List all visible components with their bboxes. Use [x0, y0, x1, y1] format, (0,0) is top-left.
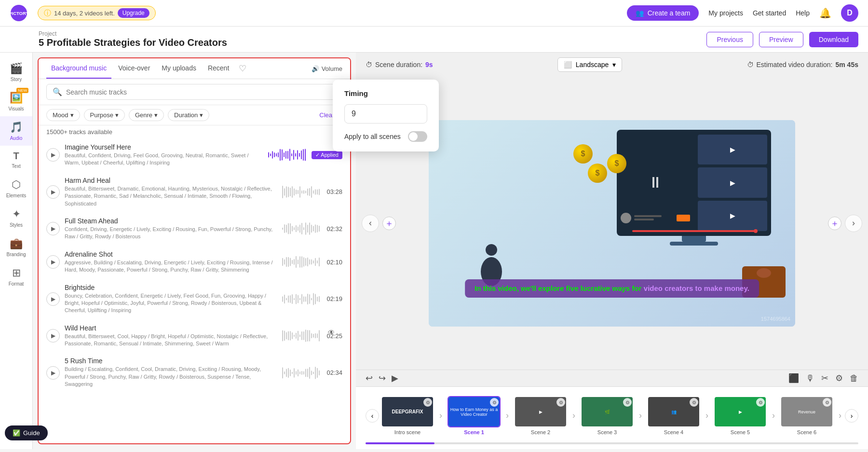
scene-duration-info: ⏱ Scene duration: 9s: [366, 61, 433, 68]
download-button[interactable]: Download: [809, 32, 858, 47]
waveform-6: [282, 329, 321, 343]
tab-voiceover[interactable]: Voice-over: [113, 58, 155, 79]
scene-5[interactable]: ▶ ⚙ Scene 5: [714, 396, 767, 435]
svg-rect-50: [298, 227, 298, 231]
my-projects-link[interactable]: My projects: [708, 9, 743, 17]
redo-button[interactable]: ↪: [379, 373, 386, 384]
sidebar-item-audio[interactable]: 🎵 Audio: [0, 116, 32, 146]
delete-button[interactable]: 🗑: [850, 373, 858, 384]
svg-point-142: [486, 244, 497, 256]
scene-settings-intro[interactable]: ⚙: [423, 398, 432, 407]
scene-2[interactable]: ▶ ⚙ Scene 2: [514, 396, 567, 435]
create-team-button[interactable]: 👥 Create a team: [627, 5, 699, 21]
volume-button[interactable]: 🔊 Volume: [312, 65, 342, 72]
monitor-thumb-3[interactable]: ▶: [698, 201, 767, 231]
video-controls: ↩ ↪ ▶ ⬛ 🎙 ✂ ⚙ 🗑: [356, 370, 868, 386]
scene-6[interactable]: Revenue ⚙ Scene 6: [780, 396, 833, 435]
logo-area[interactable]: PICTORY: [10, 4, 28, 22]
microphone-button[interactable]: 🎙: [806, 373, 814, 384]
undo-button[interactable]: ↩: [366, 373, 373, 384]
monitor-container: ⏸ ▶ ▶ ▶: [617, 130, 771, 246]
guide-button[interactable]: ✅ Guide: [5, 425, 48, 440]
svg-rect-35: [307, 189, 308, 195]
get-started-link[interactable]: Get started: [753, 9, 786, 17]
track-play-button-5[interactable]: ▶: [46, 292, 60, 306]
svg-rect-52: [301, 223, 302, 234]
preview-button[interactable]: Preview: [759, 32, 803, 47]
track-tags-6: Beautiful, Bittersweet, Cool, Happy / Br…: [65, 333, 277, 348]
monitor-thumb-2[interactable]: ▶: [698, 167, 767, 198]
favorites-icon[interactable]: ♡: [239, 63, 246, 74]
svg-rect-112: [301, 331, 302, 340]
scene-settings-1[interactable]: ⚙: [490, 398, 499, 407]
scene-add-btn-5[interactable]: ›: [769, 400, 778, 431]
svg-rect-101: [319, 296, 320, 302]
track-play-button-1[interactable]: ▶: [46, 148, 60, 162]
tab-recent[interactable]: Recent: [203, 58, 234, 79]
scene-add-btn-1[interactable]: ›: [502, 400, 512, 431]
settings-button[interactable]: ⚙: [835, 373, 843, 384]
sidebar-item-styles[interactable]: ✦ Styles: [0, 203, 32, 233]
timing-input[interactable]: [356, 104, 427, 123]
tab-my-uploads[interactable]: My uploads: [157, 58, 201, 79]
sidebar-item-story[interactable]: 🎬 Story: [0, 57, 32, 87]
help-link[interactable]: Help: [796, 9, 810, 17]
mood-filter[interactable]: Mood ▾: [46, 109, 80, 121]
scene-add-btn-0[interactable]: ›: [436, 400, 446, 431]
scene-settings-5[interactable]: ⚙: [756, 398, 765, 407]
scissors-button[interactable]: ✂: [821, 373, 828, 384]
svg-rect-42: [282, 228, 283, 230]
upgrade-button[interactable]: Upgrade: [118, 8, 149, 18]
scene-settings-4[interactable]: ⚙: [690, 398, 698, 407]
scene-intro[interactable]: DEEPGRAFIX ⚙ Intro scene: [381, 396, 434, 435]
filter-bar: Mood ▾ Purpose ▾ Genre ▾ Duration ▾ Clea…: [39, 105, 350, 125]
scene-add-btn-6[interactable]: ›: [835, 400, 845, 431]
sidebar-item-visuals[interactable]: NEW 🖼️ Visuals: [0, 87, 32, 116]
add-scene-right-button[interactable]: ＋: [828, 217, 841, 230]
track-play-button-7[interactable]: ▶: [46, 366, 60, 380]
scene-settings-6[interactable]: ⚙: [823, 398, 831, 407]
scene-add-btn-2[interactable]: ›: [569, 400, 579, 431]
next-scene-button[interactable]: ›: [845, 215, 862, 232]
search-input[interactable]: [66, 88, 336, 96]
previous-button[interactable]: Previous: [706, 32, 753, 47]
timeline-next-button[interactable]: ›: [845, 409, 858, 423]
estimated-duration-value: 5m 45s: [836, 61, 858, 68]
genre-filter[interactable]: Genre ▾: [129, 109, 164, 121]
scene-settings-3[interactable]: ⚙: [623, 398, 632, 407]
sidebar-item-format[interactable]: ⊞ Format: [0, 262, 32, 291]
scene-3[interactable]: 🌿 ⚙ Scene 3: [581, 396, 634, 435]
add-scene-left-button[interactable]: ＋: [382, 217, 396, 230]
svg-rect-134: [305, 369, 306, 377]
track-play-button-2[interactable]: ▶: [46, 185, 60, 199]
duration-filter[interactable]: Duration ▾: [168, 109, 209, 121]
scene-1[interactable]: How to Earn Money as a Video Creator ⚙ S…: [448, 396, 501, 435]
svg-rect-70: [298, 260, 298, 264]
scene-add-btn-3[interactable]: ›: [636, 400, 645, 431]
svg-rect-68: [294, 259, 295, 265]
play-button[interactable]: ▶: [392, 373, 398, 384]
tracks-count: 15000+ tracks available: [39, 125, 350, 138]
profile-avatar: [621, 213, 631, 223]
notification-bell[interactable]: 🔔: [819, 7, 831, 19]
track-play-button-3[interactable]: ▶: [46, 222, 60, 235]
sidebar-item-elements[interactable]: ⬡ Elements: [0, 174, 32, 203]
track-play-button-4[interactable]: ▶: [46, 255, 60, 269]
apply-all-toggle[interactable]: [408, 131, 427, 142]
scene-settings-2[interactable]: ⚙: [556, 398, 565, 407]
track-play-button-6[interactable]: ▶: [46, 329, 60, 342]
waveform-3: [282, 221, 321, 236]
purpose-filter[interactable]: Purpose ▾: [84, 109, 125, 121]
timeline-prev-button[interactable]: ‹: [366, 409, 379, 423]
landscape-selector[interactable]: ⬜ Landscape ▾: [557, 57, 623, 72]
captions-button[interactable]: ⬛: [788, 373, 799, 384]
prev-scene-button[interactable]: ‹: [362, 215, 379, 232]
svg-rect-94: [305, 296, 306, 301]
sidebar-item-text[interactable]: T Text: [0, 146, 32, 174]
scene-add-btn-4[interactable]: ›: [702, 400, 712, 431]
monitor-thumb-1[interactable]: ▶: [698, 135, 767, 165]
tab-background-music[interactable]: Background music: [46, 58, 111, 79]
scene-4[interactable]: 👥 ⚙ Scene 4: [647, 396, 700, 435]
user-avatar[interactable]: D: [841, 4, 858, 22]
sidebar-item-branding[interactable]: 💼 Branding: [0, 233, 32, 262]
